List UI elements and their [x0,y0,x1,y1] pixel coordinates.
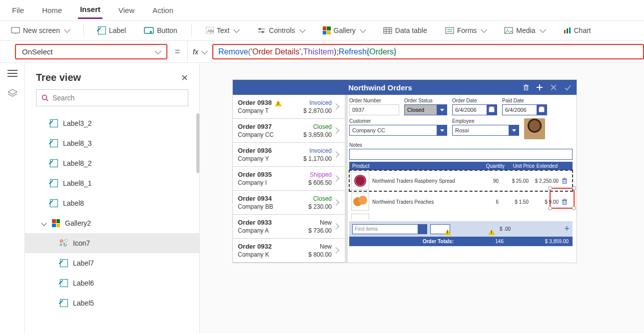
warning-icon [275,100,282,106]
order-totals-row: Order Totals: 146 $ 3,859.00 [349,237,573,246]
menu-insert[interactable]: Insert [78,1,102,19]
order-status: Closed [297,123,332,130]
close-icon[interactable]: ✕ [181,72,188,83]
tree-item-label8-1[interactable]: Label8_1 [25,173,199,193]
totals-amount: $ 3,859.00 [534,239,569,244]
line-item-row[interactable]: Northwind Traders Raspberry Spread 90 $ … [349,170,573,191]
menu-view[interactable]: View [116,2,136,18]
controls-button[interactable]: Controls [253,24,308,36]
totals-qty: 146 [474,239,504,244]
tree-item-label5[interactable]: Label5 [25,293,199,313]
tree-item-label7[interactable]: Label7 [25,253,199,273]
caret-down-icon [41,220,46,226]
paid-date-field[interactable]: 6/4/2006 [502,104,547,115]
plus-icon[interactable] [536,83,544,91]
data-table-button[interactable]: Data table [379,24,431,36]
tree-item-label8-3[interactable]: Label8_3 [25,133,199,153]
product-thumb [351,214,369,220]
screen-icon [11,27,20,34]
app-header: Northwind Orders [233,80,577,95]
chevron-down-icon [155,48,161,54]
svg-rect-10 [384,27,392,33]
line-extended: $ 9.00 [529,199,559,205]
hamburger-icon[interactable] [7,70,17,77]
line-item-row[interactable]: Northwind Traders Peaches 6 $ 1.50 $ 9.0… [349,191,573,212]
media-label: Media [516,26,535,34]
line-item-row[interactable] [349,212,573,221]
customer-select[interactable]: Company CC [349,125,447,136]
line-unit-price: $ 25.00 [499,178,529,184]
svg-marker-23 [8,89,17,94]
delete-line-button[interactable] [559,177,571,184]
delete-line-button[interactable] [559,198,571,205]
new-screen-button[interactable]: New screen [7,24,73,36]
chevron-down-icon [233,26,240,33]
svg-rect-2 [144,27,153,33]
gallery-icon [323,26,331,34]
tree-search[interactable] [36,89,188,106]
close-icon[interactable] [550,83,558,91]
notes-field[interactable] [349,149,573,160]
svg-rect-15 [446,27,454,33]
fx-label: fx [193,47,199,56]
check-icon[interactable] [564,83,572,91]
tree-item-label8-2[interactable]: Label8_2 [25,153,199,173]
tree-item-label8[interactable]: Label8 [25,193,199,213]
order-status: Invoiced [297,99,332,106]
media-button[interactable]: Media [500,24,549,36]
order-row[interactable]: Order 0938InvoicedCompany T$ 2,870.00 [233,95,345,119]
layers-icon[interactable] [7,89,17,98]
button-button[interactable]: Button [140,24,181,36]
order-number: Order 0935 [238,171,297,178]
field-label: Notes [349,142,573,148]
order-number: Order 0937 [238,123,297,130]
menu-file[interactable]: File [10,2,26,18]
design-canvas[interactable]: Northwind Orders Order 0938InvoicedCompa… [200,63,644,333]
tree-item-label6[interactable]: Label6 [25,273,199,293]
tree-item-gallery2[interactable]: Gallery2 [25,213,199,233]
line-qty: 90 [469,178,499,184]
order-row[interactable]: Order 0936InvoicedCompany Y$ 1,170.00 [233,143,345,167]
svg-point-9 [262,31,264,33]
fx-button[interactable]: fx [187,41,212,62]
svg-point-3 [150,31,152,33]
add-extended: $ .00 [500,226,511,232]
text-button[interactable]: Abc Text [202,24,243,36]
svg-rect-37 [563,179,567,183]
scrollbar-thumb[interactable] [196,113,199,173]
property-selector[interactable]: OnSelect [15,44,167,59]
find-items-select[interactable]: Find items [352,224,427,234]
order-amount: $ 1,170.00 [297,155,332,162]
formula-token: 'Order Details' [251,47,301,56]
order-date-field[interactable]: 6/4/2006 [452,104,497,115]
app-preview: Northwind Orders Order 0938InvoicedCompa… [233,80,577,263]
svg-rect-21 [567,28,568,33]
warning-icon [488,229,495,235]
search-input[interactable] [52,94,183,102]
tree-item-icon7[interactable]: ⊘♡+↻Icon7 [25,233,199,253]
field-label: Paid Date [502,98,547,103]
gallery-button[interactable]: Gallery [319,24,369,36]
svg-rect-44 [563,200,567,204]
employee-select[interactable]: Rossi [452,125,519,136]
chart-button[interactable]: Chart [559,24,595,36]
label-button[interactable]: Label [94,24,130,36]
order-row[interactable]: Order 0935ShippedCompany I$ 606.50 [233,167,345,191]
chevron-down-icon [299,26,306,33]
order-row[interactable]: Order 0937ClosedCompany CC$ 3,859.00 [233,119,345,143]
order-row[interactable]: Order 0934ClosedCompany BB$ 230.00 [233,191,345,215]
menu-home[interactable]: Home [40,2,64,18]
order-status: New [297,243,332,250]
tree-item-label3-2[interactable]: Label3_2 [25,113,199,133]
order-amount: $ 2,870.00 [297,107,332,114]
menu-action[interactable]: Action [150,2,175,18]
formula-input[interactable]: Remove( 'Order Details', ThisItem ); Ref… [212,44,644,59]
label-icon [60,299,68,307]
trash-icon[interactable] [523,84,530,91]
order-row[interactable]: Order 0932NewCompany K$ 800.00 [233,239,345,263]
forms-button[interactable]: Forms [441,24,491,36]
plus-icon[interactable]: + [564,224,570,234]
order-status-select[interactable]: Closed [404,104,447,115]
col-quantity: Quantity [475,163,505,169]
order-row[interactable]: Order 0933NewCompany A$ 736.00 [233,215,345,239]
